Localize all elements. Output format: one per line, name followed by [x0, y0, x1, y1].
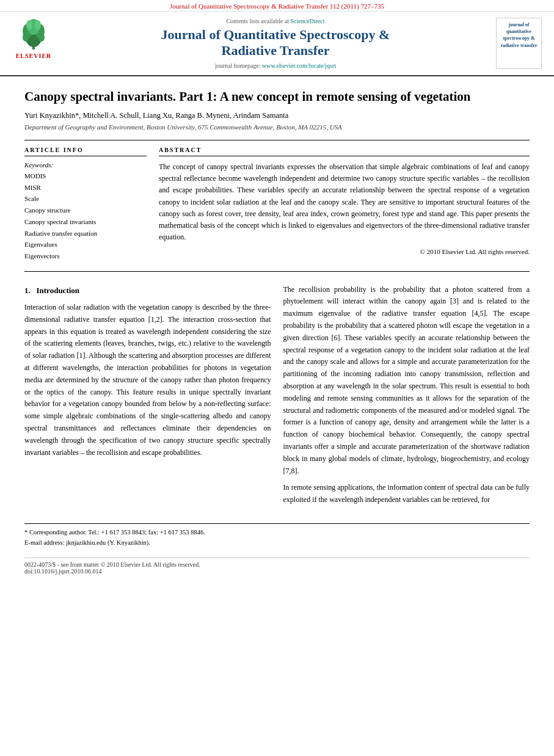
copyright-notice: © 2010 Elsevier Ltd. All rights reserved… [159, 248, 530, 255]
footnote-area: * Corresponding author. Tel.: +1 617 353… [24, 523, 530, 548]
info-abstract-row: ARTICLE INFO Keywords: MODIS MISR Scale … [24, 147, 530, 262]
journal-homepage: journal homepage: www.elsevier.com/locat… [61, 62, 490, 69]
elsevier-logo: ELSEVIER [12, 18, 55, 69]
journal-thumbnail: journal of quantitative spectroscopy & r… [496, 18, 542, 69]
right-para-2: In remote sensing applications, the info… [283, 482, 530, 506]
article-info-section: ARTICLE INFO Keywords: MODIS MISR Scale … [24, 147, 147, 262]
svg-point-5 [26, 20, 32, 30]
elsevier-tree-icon [18, 18, 49, 51]
journal-header: ELSEVIER Contents lists available at Sci… [0, 12, 554, 76]
elsevier-brand-text: ELSEVIER [16, 53, 52, 59]
body-left-col: 1. Introduction Interaction of solar rad… [24, 284, 271, 511]
thumb-title: journal of quantitative spectroscopy & r… [500, 21, 538, 49]
intro-paragraph: Interaction of solar radiation with the … [24, 302, 271, 459]
section-number: 1. [24, 286, 31, 295]
keyword-radiative-transfer: Radiative transfer equation [24, 228, 147, 239]
abstract-text: The concept of canopy spectral invariant… [159, 161, 530, 243]
journal-citation-bar: Journal of Quantitative Spectroscopy & R… [0, 0, 554, 12]
abstract-heading: ABSTRACT [159, 147, 530, 156]
journal-title-block: Contents lists available at ScienceDirec… [61, 18, 490, 69]
email-note: E-mail address: jknjazikhiu.edu (Y. Knya… [24, 538, 530, 548]
section-name: Introduction [37, 286, 80, 295]
keyword-modis: MODIS [24, 170, 147, 182]
svg-point-8 [38, 33, 45, 42]
section-1-title: 1. Introduction [24, 284, 271, 297]
abstract-section: ABSTRACT The concept of canopy spectral … [159, 147, 530, 262]
corresponding-author-note: * Corresponding author. Tel.: +1 617 353… [24, 528, 530, 538]
footer-license-doi: 0022-4073/$ - see front matter © 2010 El… [24, 561, 530, 575]
keywords-list: MODIS MISR Scale Canopy structure Canopy… [24, 170, 147, 262]
divider-1 [24, 140, 530, 140]
divider-2 [24, 271, 530, 272]
journal-citation-text: Journal of Quantitative Spectroscopy & R… [170, 2, 384, 10]
keyword-eigenvectors: Eigenvectors [24, 250, 147, 262]
journal-main-title: Journal of Quantitative Spectroscopy & R… [61, 27, 490, 59]
contents-available-label: Contents lists available at [226, 18, 288, 24]
keyword-canopy-structure: Canopy structure [24, 205, 147, 216]
body-columns: 1. Introduction Interaction of solar rad… [24, 284, 530, 511]
article-title: Canopy spectral invariants. Part 1: A ne… [24, 89, 530, 105]
body-right-col: The recollision probability is the proba… [283, 284, 530, 511]
keyword-eigenvalues: Eigenvalues [24, 239, 147, 250]
article-info-heading: ARTICLE INFO [24, 147, 147, 156]
footer-bar: 0022-4073/$ - see front matter © 2010 El… [24, 558, 530, 575]
keyword-scale: Scale [24, 193, 147, 205]
svg-point-7 [23, 33, 29, 42]
keywords-label: Keywords: [24, 161, 147, 169]
keyword-canopy-spectral: Canopy spectral invariants [24, 216, 147, 228]
svg-point-6 [35, 20, 41, 30]
sciencedirect-link[interactable]: ScienceDirect [290, 18, 324, 24]
keyword-misr: MISR [24, 182, 147, 194]
journal-homepage-link[interactable]: www.elsevier.com/locate/jqsrt [262, 62, 336, 69]
right-para-1: The recollision probability is the proba… [283, 284, 530, 478]
main-content: Canopy spectral invariants. Part 1: A ne… [0, 76, 554, 587]
authors: Yuri Knyazikhin*, Mitchell A. Schull, Li… [24, 111, 530, 120]
affiliation: Department of Geography and Environment,… [24, 123, 530, 131]
sciencedirect-line: Contents lists available at ScienceDirec… [61, 18, 490, 24]
